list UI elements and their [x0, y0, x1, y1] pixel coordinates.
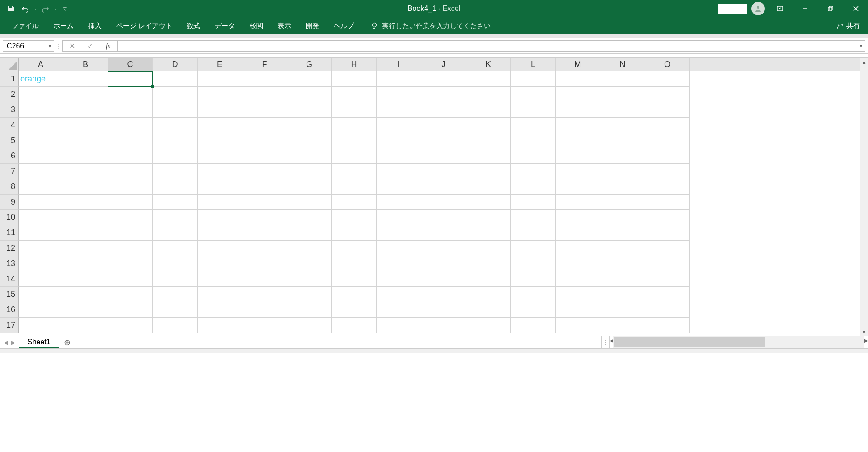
row-header-12[interactable]: 12	[0, 241, 19, 256]
cell-I17[interactable]	[377, 318, 421, 333]
column-header-B[interactable]: B	[63, 58, 108, 71]
cell-O16[interactable]	[645, 302, 690, 318]
cell-D14[interactable]	[153, 271, 198, 287]
cell-D10[interactable]	[153, 210, 198, 225]
sheet-tab-active[interactable]: Sheet1	[19, 336, 59, 348]
cell-D2[interactable]	[153, 87, 198, 102]
cell-E9[interactable]	[198, 195, 242, 210]
cell-N12[interactable]	[600, 241, 645, 256]
ribbon-display-options-button[interactable]	[769, 0, 790, 17]
cell-D5[interactable]	[153, 133, 198, 148]
column-header-J[interactable]: J	[421, 58, 466, 71]
cell-M16[interactable]	[556, 302, 600, 318]
cell-D15[interactable]	[153, 287, 198, 302]
cell-M6[interactable]	[556, 148, 600, 164]
cell-N15[interactable]	[600, 287, 645, 302]
row-header-9[interactable]: 9	[0, 195, 19, 210]
row-header-14[interactable]: 14	[0, 271, 19, 287]
cell-E8[interactable]	[198, 179, 242, 195]
cell-N7[interactable]	[600, 164, 645, 179]
cell-I5[interactable]	[377, 133, 421, 148]
cell-H14[interactable]	[332, 271, 377, 287]
column-header-C[interactable]: C	[108, 58, 153, 71]
tab-file[interactable]: ファイル	[5, 17, 46, 34]
undo-button[interactable]	[19, 2, 32, 15]
row-header-16[interactable]: 16	[0, 302, 19, 318]
column-header-F[interactable]: F	[242, 58, 287, 71]
row-header-17[interactable]: 17	[0, 318, 19, 333]
cell-D11[interactable]	[153, 225, 198, 241]
cell-K7[interactable]	[466, 164, 511, 179]
cell-O6[interactable]	[645, 148, 690, 164]
row-header-5[interactable]: 5	[0, 133, 19, 148]
cell-C10[interactable]	[108, 210, 153, 225]
cell-O10[interactable]	[645, 210, 690, 225]
cell-E15[interactable]	[198, 287, 242, 302]
cell-A13[interactable]	[19, 256, 63, 271]
name-box-dropdown[interactable]: ▼	[46, 41, 54, 51]
cell-F6[interactable]	[242, 148, 287, 164]
cell-M11[interactable]	[556, 225, 600, 241]
cell-H12[interactable]	[332, 241, 377, 256]
cell-F4[interactable]	[242, 118, 287, 133]
tab-home[interactable]: ホーム	[46, 17, 81, 34]
cell-J2[interactable]	[421, 87, 466, 102]
cell-E2[interactable]	[198, 87, 242, 102]
cell-O14[interactable]	[645, 271, 690, 287]
cell-N16[interactable]	[600, 302, 645, 318]
column-header-E[interactable]: E	[198, 58, 242, 71]
cell-F9[interactable]	[242, 195, 287, 210]
cell-F10[interactable]	[242, 210, 287, 225]
cell-F12[interactable]	[242, 241, 287, 256]
row-header-15[interactable]: 15	[0, 287, 19, 302]
close-button[interactable]	[845, 0, 866, 17]
cell-L10[interactable]	[511, 210, 556, 225]
cell-B1[interactable]	[63, 71, 108, 87]
cell-N9[interactable]	[600, 195, 645, 210]
cell-O17[interactable]	[645, 318, 690, 333]
cell-N2[interactable]	[600, 87, 645, 102]
cell-K6[interactable]	[466, 148, 511, 164]
cell-G15[interactable]	[287, 287, 332, 302]
cell-J17[interactable]	[421, 318, 466, 333]
cell-K2[interactable]	[466, 87, 511, 102]
cell-A17[interactable]	[19, 318, 63, 333]
cell-G17[interactable]	[287, 318, 332, 333]
cell-L17[interactable]	[511, 318, 556, 333]
cell-I15[interactable]	[377, 287, 421, 302]
cell-H2[interactable]	[332, 87, 377, 102]
cell-C15[interactable]	[108, 287, 153, 302]
cell-B17[interactable]	[63, 318, 108, 333]
cell-M14[interactable]	[556, 271, 600, 287]
cell-E16[interactable]	[198, 302, 242, 318]
scroll-down-button[interactable]: ▼	[860, 328, 868, 336]
cell-G3[interactable]	[287, 102, 332, 118]
cell-A12[interactable]	[19, 241, 63, 256]
cell-I8[interactable]	[377, 179, 421, 195]
cell-E7[interactable]	[198, 164, 242, 179]
cell-J14[interactable]	[421, 271, 466, 287]
cell-N5[interactable]	[600, 133, 645, 148]
cell-B3[interactable]	[63, 102, 108, 118]
cell-A9[interactable]	[19, 195, 63, 210]
cell-K4[interactable]	[466, 118, 511, 133]
cell-N3[interactable]	[600, 102, 645, 118]
new-sheet-button[interactable]: ⊕	[59, 336, 75, 348]
cell-O9[interactable]	[645, 195, 690, 210]
cell-I3[interactable]	[377, 102, 421, 118]
cell-F14[interactable]	[242, 271, 287, 287]
cell-I1[interactable]	[377, 71, 421, 87]
cell-K11[interactable]	[466, 225, 511, 241]
cell-A15[interactable]	[19, 287, 63, 302]
cell-B16[interactable]	[63, 302, 108, 318]
sheet-options-button[interactable]: ⋮	[601, 336, 609, 348]
cell-E3[interactable]	[198, 102, 242, 118]
cell-A10[interactable]	[19, 210, 63, 225]
cell-C8[interactable]	[108, 179, 153, 195]
cells-area[interactable]: orange	[19, 71, 860, 333]
column-header-G[interactable]: G	[287, 58, 332, 71]
share-button[interactable]: 共有	[836, 22, 868, 30]
tab-data[interactable]: データ	[208, 17, 242, 34]
cell-E12[interactable]	[198, 241, 242, 256]
cell-I4[interactable]	[377, 118, 421, 133]
